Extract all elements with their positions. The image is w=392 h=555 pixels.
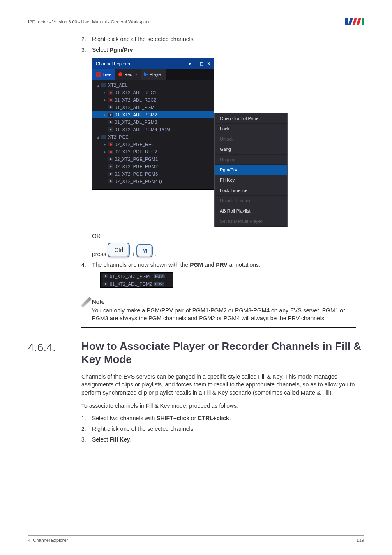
context-menu-item[interactable]: AB Roll Playlist	[215, 206, 287, 216]
chevron-down-icon: ▾	[135, 72, 137, 76]
tree-node[interactable]: 02_XT2_PGE_PGM3	[92, 170, 214, 178]
context-menu-item: Ungang	[215, 155, 287, 165]
play-icon	[144, 72, 148, 76]
xt-icon	[101, 83, 106, 87]
tree-tab[interactable]: Tree	[92, 69, 115, 80]
step-text: Right-click one of the selected channels	[92, 36, 356, 42]
dropdown-icon[interactable]: ▾	[189, 61, 191, 67]
text: Select	[92, 46, 110, 53]
tree-node[interactable]: 02_XT2_PGE_PGM1	[92, 155, 214, 163]
expand-arrow-icon: ▸	[104, 90, 108, 95]
channel-explorer-panel: Channel Explorer ▾ – ◻ ✕ Tree Rec▾ Playe…	[92, 58, 214, 190]
node-label: XT2_ADL	[108, 83, 128, 88]
tree-node[interactable]: 02_XT2_PGE_PGM4 ()	[92, 178, 214, 185]
bold-term: Fill Key	[110, 436, 130, 443]
window-title: Channel Explorer	[96, 61, 131, 66]
play-icon	[108, 164, 113, 169]
expand-arrow-icon: ▸	[104, 98, 108, 102]
play-icon	[108, 157, 113, 161]
tree-node[interactable]: 01_XT2_ADL_PGM1	[92, 104, 214, 111]
or-label: OR	[92, 233, 356, 239]
step-number: 3.	[81, 436, 92, 443]
text: +	[213, 415, 217, 421]
record-icon	[108, 98, 113, 102]
text: Select two channels with	[92, 415, 157, 421]
prv-badge: PRV	[154, 282, 164, 286]
node-label: 02_XT2_PGE_REC1	[115, 142, 157, 147]
expand-arrow-icon: ▸	[104, 142, 108, 146]
tree-node[interactable]: ▸01_XT2_ADL_PGM2	[92, 111, 214, 118]
label: Rec	[124, 72, 132, 77]
paragraph: Channels of the EVS servers can be gange…	[81, 373, 356, 397]
text: or	[189, 415, 198, 421]
channel-explorer-titlebar[interactable]: Channel Explorer ▾ – ◻ ✕	[92, 58, 214, 69]
text: .	[130, 436, 132, 443]
node-label: XT2_PGE	[108, 134, 129, 139]
note-block: Note You can only make a PGM/PRV pair of…	[81, 294, 356, 328]
expand-arrow-icon: ▸	[104, 113, 108, 117]
context-menu-item: Unlock Timeline	[215, 196, 287, 206]
step-number: 2.	[81, 426, 92, 432]
context-menu-item[interactable]: Gang	[215, 144, 287, 155]
list-item: 01_XT2_ADL_PGM1PGM	[101, 273, 173, 280]
tree-node[interactable]: ▸02_XT2_PGE_REC2	[92, 148, 214, 155]
play-icon	[103, 282, 108, 286]
bold-term: click	[177, 415, 189, 421]
player-tab[interactable]: Player	[141, 69, 166, 80]
press-label: press	[92, 251, 106, 257]
step-text: Select Fill Key.	[92, 436, 356, 443]
bold-term: SHIFT	[157, 415, 173, 421]
bold-term: PGM	[190, 261, 203, 268]
node-label: 02_XT2_PGE_PGM1	[115, 157, 158, 162]
section-number: 4.6.4.	[28, 340, 81, 354]
label: Player	[150, 72, 162, 77]
result-panel: 01_XT2_ADL_PGM1PGM 01_XT2_ADL_PGM2PRV	[100, 272, 173, 288]
step-text: Right-click one of the selected channels	[92, 426, 356, 432]
expand-arrow-icon: ◢	[97, 83, 101, 87]
context-menu-item[interactable]: Lock Timeline	[215, 185, 287, 196]
footer-page: 119	[357, 538, 364, 543]
context-menu-item: Unlock	[215, 134, 287, 144]
step-number: 3.	[81, 46, 92, 53]
rec-tab[interactable]: Rec▾	[115, 69, 141, 80]
channel-label: 01_XT2_ADL_PGM2	[110, 282, 152, 287]
bold-term: click	[217, 415, 229, 421]
close-icon[interactable]: ✕	[207, 61, 211, 67]
section-title: How to Associate Player or Recorder Chan…	[81, 340, 364, 366]
text: Select	[92, 436, 110, 443]
step-number: 2.	[81, 36, 92, 42]
ctrl-key: Ctrl	[108, 243, 130, 257]
note-body: You can only make a PGM/PRV pair of PGM1…	[92, 307, 354, 322]
footer-left: 4. Channel Explorer	[28, 538, 68, 543]
note-title: Note	[92, 298, 354, 305]
tree-node[interactable]: 01_XT2_ADL_PGM3	[92, 118, 214, 126]
node-label: 01_XT2_ADL_REC2	[115, 97, 157, 102]
text: The channels are now shown with the	[92, 261, 190, 268]
context-menu-item[interactable]: Fill Key	[215, 175, 287, 185]
tree-node[interactable]: ▸02_XT2_PGE_REC1	[92, 141, 214, 148]
bold-term: PRV	[216, 261, 228, 268]
context-menu-item[interactable]: Lock	[215, 124, 287, 134]
node-label: 01_XT2_ADL_PGM4 (PGM	[115, 127, 170, 132]
tree-node[interactable]: ◢XT2_ADL	[92, 81, 214, 89]
tree-node[interactable]: ▸01_XT2_ADL_REC1	[92, 89, 214, 96]
node-label: 02_XT2_PGE_PGM3	[115, 171, 158, 176]
expand-arrow-icon: ◢	[97, 135, 101, 139]
context-menu-item[interactable]: Pgm/Prv	[215, 165, 287, 175]
tree-node[interactable]: 02_XT2_PGE_PGM2	[92, 163, 214, 170]
play-icon	[108, 172, 113, 176]
play-icon	[103, 274, 108, 278]
text: and	[203, 261, 216, 268]
channel-label: 01_XT2_ADL_PGM1	[110, 274, 152, 279]
play-icon	[108, 105, 113, 109]
context-menu-item[interactable]: Open Control Panel	[215, 113, 287, 124]
tree-node[interactable]: ▸01_XT2_ADL_REC2	[92, 96, 214, 104]
tree-node[interactable]: ◢XT2_PGE	[92, 133, 214, 141]
node-label: 02_XT2_PGE_PGM4 ()	[115, 179, 162, 184]
node-label: 01_XT2_ADL_PGM2	[115, 112, 157, 117]
step-text: Select Pgm/Prv.	[92, 46, 356, 53]
text: .	[229, 415, 231, 421]
maximize-icon[interactable]: ◻	[200, 61, 204, 67]
tree-node[interactable]: 01_XT2_ADL_PGM4 (PGM	[92, 126, 214, 133]
minimize-icon[interactable]: –	[194, 61, 197, 67]
